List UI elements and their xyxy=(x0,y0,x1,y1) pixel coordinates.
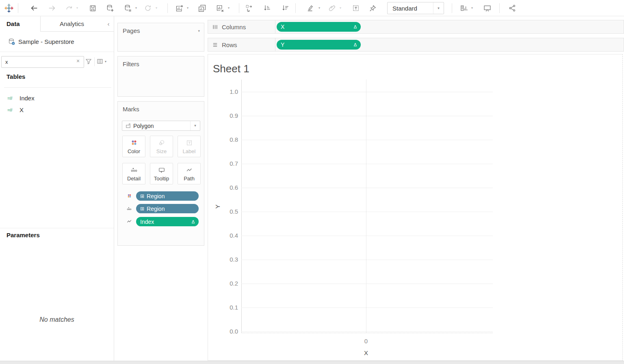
view-mode-select[interactable]: Standard ▾ xyxy=(387,2,444,14)
y-gridline xyxy=(241,284,493,284)
view-mode-caret-icon[interactable]: ▾ xyxy=(433,2,444,14)
y-gridline xyxy=(241,260,493,260)
highlight-caret-icon[interactable]: ▾ xyxy=(318,6,320,10)
pause-updates-button[interactable] xyxy=(123,3,132,13)
path-label: Path xyxy=(184,176,195,182)
columns-pill-x[interactable]: X Δ xyxy=(277,22,361,32)
y-gridline xyxy=(241,212,493,212)
x-zero-gridline xyxy=(366,80,366,333)
y-gridline xyxy=(241,164,493,164)
rows-shelf-label: Rows xyxy=(208,38,275,51)
plot-area[interactable]: Y X 1.00.90.80.70.60.50.40.30.20.10.00 xyxy=(208,54,622,360)
fix-axes-button[interactable] xyxy=(368,3,377,13)
columns-shelf[interactable]: Columns X Δ xyxy=(208,20,624,34)
y-tick-label: 0.1 xyxy=(219,304,238,311)
size-button[interactable]: Size xyxy=(150,136,173,157)
presentation-mode-button[interactable] xyxy=(482,3,492,13)
show-mark-labels-button[interactable] xyxy=(351,3,361,13)
field-search-row: × ▾ xyxy=(0,52,114,71)
size-icon xyxy=(158,139,166,147)
tab-analytics[interactable]: Analytics xyxy=(41,16,103,31)
y-tick-label: 0.8 xyxy=(219,136,238,143)
marks-pill-index-path[interactable]: Index Δ xyxy=(136,217,199,226)
share-button[interactable] xyxy=(507,3,517,13)
rows-shelf[interactable]: Rows Y Δ xyxy=(208,38,624,52)
x-axis-rule xyxy=(241,333,493,333)
tooltip-button[interactable]: Tooltip xyxy=(150,163,173,184)
group-members-button[interactable] xyxy=(327,3,337,13)
x-tick-label: 0 xyxy=(358,338,374,344)
marks-pill-region-detail[interactable]: ⊞ Region xyxy=(136,204,199,213)
color-label: Color xyxy=(128,148,140,154)
worksheet-canvas[interactable]: Sheet 1 Y X 1.00.90.80.70.60.50.40.30.20… xyxy=(208,54,623,361)
pause-updates-caret-icon[interactable]: ▾ xyxy=(135,6,137,10)
collapse-pane-button[interactable]: ‹ xyxy=(103,16,114,31)
rows-pill-y[interactable]: Y Δ xyxy=(277,40,361,50)
clear-sheet-caret-icon[interactable]: ▾ xyxy=(228,6,230,10)
parameters-heading: Parameters xyxy=(6,232,40,238)
label-button[interactable]: Label xyxy=(178,136,201,157)
path-icon xyxy=(185,166,193,174)
toolbar: ▾ ▾ ▾ ▾ xyxy=(0,0,624,16)
highlight-button[interactable] xyxy=(306,3,315,13)
mark-type-caret-icon[interactable]: ▾ xyxy=(190,121,200,130)
datasource-item[interactable]: Sample - Superstore xyxy=(0,32,114,52)
view-mode-value: Standard xyxy=(388,5,433,12)
new-worksheet-caret-icon[interactable]: ▾ xyxy=(187,6,188,10)
replay-caret-icon[interactable]: ▾ xyxy=(76,6,78,10)
toolbar-separator xyxy=(499,3,500,13)
path-role-icon xyxy=(125,217,134,226)
mark-type-select[interactable]: Polygon ▾ xyxy=(122,121,200,131)
refresh-button[interactable] xyxy=(143,3,153,13)
filter-funnel-icon[interactable] xyxy=(85,58,92,65)
label-label: Label xyxy=(183,148,196,154)
columns-label-text: Columns xyxy=(222,24,246,30)
swap-rows-columns-button[interactable] xyxy=(244,3,254,13)
field-item-index[interactable]: =# Index xyxy=(0,92,114,104)
marks-pill-region-color[interactable]: ⊞ Region xyxy=(136,191,199,201)
detail-role-icon xyxy=(125,204,134,213)
new-datasource-button[interactable] xyxy=(105,3,115,13)
save-button[interactable] xyxy=(88,3,98,13)
tab-data[interactable]: Data xyxy=(0,16,41,31)
y-tick-label: 0.6 xyxy=(219,184,238,191)
pages-shelf[interactable]: Pages ▾ xyxy=(117,23,204,52)
search-clear-icon[interactable]: × xyxy=(76,58,80,64)
refresh-caret-icon[interactable]: ▾ xyxy=(156,6,157,10)
view-options-caret-icon[interactable]: ▾ xyxy=(105,60,106,63)
sort-descending-button[interactable] xyxy=(281,3,290,13)
y-tick-label: 0.3 xyxy=(219,256,238,263)
expand-icon[interactable]: ⊞ xyxy=(140,193,144,199)
filters-shelf[interactable]: Filters xyxy=(117,56,204,97)
redo-button[interactable] xyxy=(47,3,57,13)
path-button[interactable]: Path xyxy=(178,163,201,184)
tables-heading: Tables xyxy=(6,73,25,80)
new-worksheet-button[interactable] xyxy=(174,3,184,13)
color-button[interactable]: Color xyxy=(122,136,145,157)
view-options-icon[interactable] xyxy=(97,58,103,65)
pages-title: Pages xyxy=(118,23,204,38)
detail-button[interactable]: Detail xyxy=(122,163,145,184)
show-me-caret-icon[interactable]: ▾ xyxy=(471,6,473,10)
delta-icon: Δ xyxy=(192,219,195,224)
group-members-caret-icon[interactable]: ▾ xyxy=(340,6,341,10)
y-gridline xyxy=(241,236,493,236)
expand-icon[interactable]: ⊞ xyxy=(140,206,144,212)
replay-button[interactable] xyxy=(64,3,74,13)
tooltip-icon xyxy=(158,166,166,174)
rows-icon xyxy=(212,42,218,48)
parameters-divider xyxy=(0,228,114,228)
y-gridline xyxy=(241,308,493,308)
window-bottom-edge xyxy=(0,361,624,364)
toolbar-separator xyxy=(239,3,239,13)
show-me-button[interactable] xyxy=(459,3,469,13)
undo-button[interactable] xyxy=(29,3,39,13)
search-input[interactable] xyxy=(1,56,84,68)
field-item-x[interactable]: =# X xyxy=(0,104,114,116)
data-pane: Data Analytics ‹ Sample - Superstore × xyxy=(0,16,114,361)
sort-ascending-button[interactable] xyxy=(262,3,272,13)
calculated-number-icon: =# xyxy=(7,95,15,101)
clear-sheet-button[interactable] xyxy=(215,3,225,13)
pages-caret-icon[interactable]: ▾ xyxy=(198,29,200,33)
duplicate-sheet-button[interactable] xyxy=(197,3,207,13)
